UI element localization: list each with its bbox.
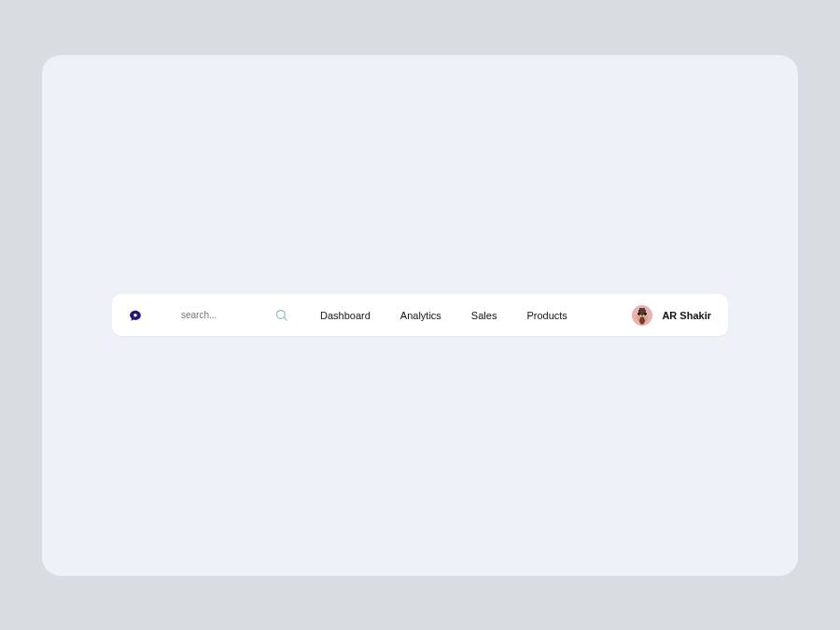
- user-name: AR Shakir: [662, 310, 711, 321]
- nav-link-dashboard[interactable]: Dashboard: [320, 310, 371, 321]
- top-navbar: Dashboard Analytics Sales Products AR Sh…: [112, 294, 728, 336]
- main-panel: Dashboard Analytics Sales Products AR Sh…: [42, 55, 798, 576]
- nav-link-products[interactable]: Products: [526, 310, 567, 321]
- nav-link-analytics[interactable]: Analytics: [400, 310, 441, 321]
- avatar: [632, 305, 652, 326]
- chat-bubble-icon[interactable]: [129, 309, 142, 322]
- svg-point-0: [133, 313, 137, 316]
- nav-links: Dashboard Analytics Sales Products: [320, 310, 567, 321]
- search-icon[interactable]: [274, 308, 288, 322]
- user-menu[interactable]: AR Shakir: [632, 305, 711, 326]
- svg-line-2: [284, 317, 287, 320]
- nav-link-sales[interactable]: Sales: [471, 310, 497, 321]
- search-input[interactable]: [181, 310, 265, 320]
